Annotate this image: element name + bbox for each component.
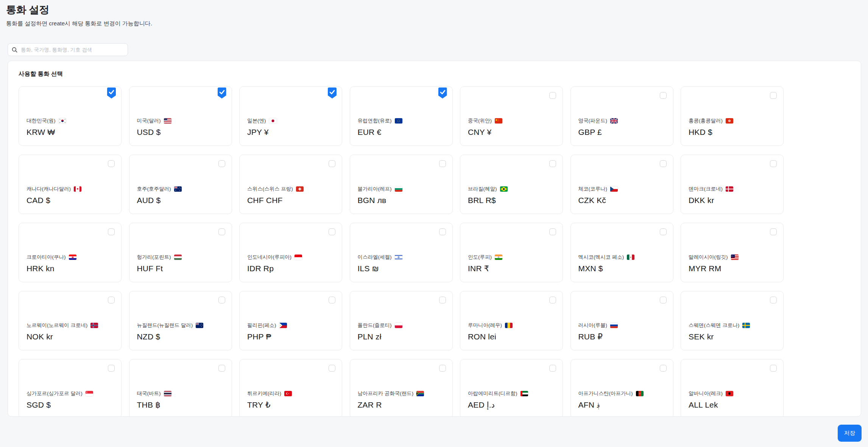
checkbox-unchecked[interactable]	[770, 92, 777, 99]
currency-meta: 브라질(헤알) BRL R$	[468, 186, 508, 205]
flag-icon-gbp	[610, 118, 618, 123]
flag-icon-rub	[610, 323, 618, 328]
checkbox-unchecked[interactable]	[439, 365, 446, 372]
currency-card-cad[interactable]: 캐나다(캐나다달러) CAD $	[19, 155, 122, 214]
currency-card-eur[interactable]: 유럽연합(유로) EUR €	[350, 86, 453, 146]
checkbox-unchecked[interactable]	[439, 297, 446, 303]
currency-card-sek[interactable]: 스웨덴(스웨덴 크로나) SEK kr	[681, 291, 784, 350]
currency-card-hkd[interactable]: 홍콩(홍콩달러) HKD $	[681, 86, 784, 146]
checkbox-unchecked[interactable]	[108, 365, 115, 372]
checkbox-unchecked[interactable]	[660, 228, 667, 235]
currency-meta: 튀르키예(리라) TRY ₺	[247, 390, 292, 409]
page-subtitle: 통화를 설정하면 create시 해당 통화로 변경이 가능합니다.	[6, 20, 152, 27]
checkbox-unchecked[interactable]	[770, 365, 777, 372]
flag-icon-jpy	[269, 118, 277, 123]
checkbox-checked-icon[interactable]	[328, 88, 337, 98]
checkbox-unchecked[interactable]	[218, 365, 225, 372]
currency-card-zar[interactable]: 남아프리카 공화국(랜드) ZAR R	[350, 359, 453, 417]
currency-card-nzd[interactable]: 뉴질랜드(뉴질랜드 달러) NZD $	[129, 291, 232, 350]
checkbox-unchecked[interactable]	[549, 92, 556, 99]
currency-country-label: 필리핀(페소)	[247, 322, 287, 329]
checkbox-unchecked[interactable]	[660, 160, 667, 167]
currency-meta: 싱가포르(싱가포르 달러) SGD $	[26, 390, 93, 409]
checkbox-checked-icon[interactable]	[107, 88, 116, 98]
flag-icon-pln	[395, 323, 402, 328]
currency-card-inr[interactable]: 인도(루피) INR ₹	[460, 223, 563, 282]
checkbox-unchecked[interactable]	[329, 297, 335, 303]
checkbox-unchecked[interactable]	[329, 160, 335, 167]
currency-panel: 사용할 통화 선택 대한민국(원) KRW ₩ 미국(달러)	[8, 61, 861, 417]
currency-card-afn[interactable]: 아프가니스탄(아프가니) AFN ؋	[570, 359, 673, 417]
checkbox-unchecked[interactable]	[770, 160, 777, 167]
currency-card-gbp[interactable]: 영국(파운드) GBP £	[570, 86, 673, 146]
currency-card-mxn[interactable]: 멕시코(멕시코 페소) MXN $	[570, 223, 673, 282]
checkbox-unchecked[interactable]	[660, 365, 667, 372]
currency-card-jpy[interactable]: 일본(엔) JPY ¥	[239, 86, 342, 146]
checkbox-unchecked[interactable]	[770, 228, 777, 235]
currency-card-sgd[interactable]: 싱가포르(싱가포르 달러) SGD $	[19, 359, 122, 417]
currency-card-ron[interactable]: 루마니아(레우) RON lei	[460, 291, 563, 350]
flag-icon-inr	[495, 255, 502, 260]
checkbox-unchecked[interactable]	[108, 228, 115, 235]
currency-country-label: 브라질(헤알)	[468, 186, 508, 192]
currency-card-ils[interactable]: 이스라엘(세켈) ILS ₪	[350, 223, 453, 282]
currency-meta: 미국(달러) USD $	[137, 117, 171, 137]
checkbox-unchecked[interactable]	[549, 160, 556, 167]
checkbox-unchecked[interactable]	[660, 297, 667, 303]
checkbox-unchecked[interactable]	[439, 160, 446, 167]
flag-icon-try	[284, 391, 292, 396]
currency-code-label: BGN лв	[358, 196, 402, 205]
currency-card-myr[interactable]: 말레이시아(링깃) MYR RM	[681, 223, 784, 282]
search-input[interactable]	[21, 47, 124, 53]
flag-icon-eur	[395, 118, 402, 123]
checkbox-unchecked[interactable]	[218, 297, 225, 303]
currency-card-hrk[interactable]: 크로아티아(쿠나) HRK kn	[19, 223, 122, 282]
flag-icon-afn	[636, 391, 644, 396]
currency-card-thb[interactable]: 태국(바트) THB ฿	[129, 359, 232, 417]
checkbox-unchecked[interactable]	[549, 365, 556, 372]
currency-card-php[interactable]: 필리핀(페소) PHP ₱	[239, 291, 342, 350]
flag-icon-nzd	[196, 323, 203, 328]
currency-card-dkk[interactable]: 덴마크(크로네) DKK kr	[681, 155, 784, 214]
checkbox-checked-icon[interactable]	[438, 88, 447, 98]
currency-country-label: 멕시코(멕시코 페소)	[578, 254, 635, 261]
currency-card-try[interactable]: 튀르키예(리라) TRY ₺	[239, 359, 342, 417]
checkbox-unchecked[interactable]	[660, 92, 667, 99]
checkbox-unchecked[interactable]	[218, 228, 225, 235]
currency-card-all[interactable]: 알바니아(레크) ALL Lek	[681, 359, 784, 417]
checkbox-checked-icon[interactable]	[218, 88, 226, 98]
currency-card-huf[interactable]: 헝가리(포린트) HUF Ft	[129, 223, 232, 282]
currency-country-label: 아랍에미리트(디르함)	[468, 390, 528, 397]
currency-card-bgn[interactable]: 불가리아(레프) BGN лв	[350, 155, 453, 214]
checkbox-unchecked[interactable]	[770, 297, 777, 303]
currency-card-aed[interactable]: 아랍에미리트(디르함) AED د.إ	[460, 359, 563, 417]
currency-card-idr[interactable]: 인도네시아(루피아) IDR Rp	[239, 223, 342, 282]
checkbox-unchecked[interactable]	[329, 228, 335, 235]
checkbox-unchecked[interactable]	[549, 228, 556, 235]
currency-search-box[interactable]	[8, 43, 128, 56]
currency-card-pln[interactable]: 폴란드(즐로티) PLN zł	[350, 291, 453, 350]
currency-card-chf[interactable]: 스위스(스위스 프랑) CHF CHF	[239, 155, 342, 214]
currency-card-nok[interactable]: 노르웨이(노르웨이 크로네) NOK kr	[19, 291, 122, 350]
currency-card-rub[interactable]: 러시아(루블) RUB ₽	[570, 291, 673, 350]
flag-icon-dkk	[726, 186, 733, 192]
checkbox-unchecked[interactable]	[218, 160, 225, 167]
checkbox-unchecked[interactable]	[329, 365, 335, 372]
checkbox-unchecked[interactable]	[439, 228, 446, 235]
currency-card-brl[interactable]: 브라질(헤알) BRL R$	[460, 155, 563, 214]
checkbox-unchecked[interactable]	[108, 160, 115, 167]
currency-card-krw[interactable]: 대한민국(원) KRW ₩	[19, 86, 122, 146]
currency-card-aud[interactable]: 호주(호주달러) AUD $	[129, 155, 232, 214]
checkbox-unchecked[interactable]	[549, 297, 556, 303]
currency-country-label: 태국(바트)	[137, 390, 171, 397]
flag-icon-huf	[174, 255, 182, 260]
save-button[interactable]: 저장	[838, 425, 862, 442]
flag-icon-hrk	[69, 255, 76, 260]
checkbox-unchecked[interactable]	[108, 297, 115, 303]
currency-meta: 크로아티아(쿠나) HRK kn	[26, 254, 76, 273]
currency-card-czk[interactable]: 체코(코루나) CZK Kč	[570, 155, 673, 214]
currency-meta: 말레이시아(링깃) MYR RM	[689, 254, 739, 273]
currency-card-cny[interactable]: 중국(위안) CNY ¥	[460, 86, 563, 146]
currency-country-label: 캐나다(캐나다달러)	[26, 186, 81, 192]
currency-card-usd[interactable]: 미국(달러) USD $	[129, 86, 232, 146]
